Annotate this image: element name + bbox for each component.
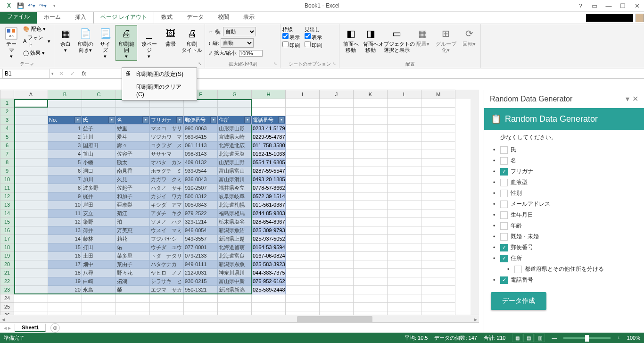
vertical-scrollbar[interactable] [471,99,479,315]
cell[interactable]: 409-0132 [184,159,218,167]
cell[interactable] [421,99,455,108]
help-button[interactable]: ? [573,0,587,11]
cell[interactable]: 住所▾ [218,116,252,125]
cell[interactable]: 野々花 [116,269,150,277]
filter-button[interactable]: ▾ [278,117,285,123]
taskpane-option[interactable]: •生年月日 [491,209,637,220]
cell[interactable]: 紗里 [116,125,150,133]
cell[interactable]: 011-561-0387 [252,201,286,209]
cell[interactable] [421,269,455,277]
row-header[interactable]: 13 [0,201,14,209]
cell[interactable] [286,235,320,243]
taskpane-option[interactable]: •✓フリガナ [491,166,637,177]
cell[interactable]: 新潟県新潟 [218,286,252,294]
cell[interactable] [388,201,421,209]
cell[interactable] [286,192,320,201]
taskpane-option[interactable]: •✓電話番号 [491,275,637,285]
cell[interactable] [421,311,455,315]
cell[interactable] [421,286,455,294]
cell[interactable] [354,269,388,277]
cell[interactable]: 富山県滑川 [218,176,252,184]
cell[interactable] [320,226,354,235]
cell[interactable]: 1 [48,125,82,133]
cell[interactable] [14,218,48,226]
cell[interactable] [116,303,150,311]
cell[interactable]: 笹山 [82,150,116,159]
cell[interactable] [354,218,388,226]
cell[interactable] [388,116,421,125]
cell[interactable] [286,159,320,167]
cell[interactable] [14,243,48,252]
cell[interactable] [354,260,388,269]
cell[interactable] [421,235,455,243]
print-titles-button[interactable]: 🖨印刷 タイトル [181,25,203,54]
column-header-K[interactable]: K [354,90,388,99]
cell[interactable]: 佐起子 [116,184,150,192]
cell[interactable] [184,311,218,315]
cell[interactable] [14,125,48,133]
cell[interactable]: 3 [48,142,82,150]
cell[interactable]: 菜多里 [116,252,150,260]
rotate-button[interactable]: ⟳回転▾ [460,25,479,48]
cell[interactable] [354,184,388,192]
row-header[interactable]: 17 [0,235,14,243]
cell[interactable]: キシダ アマ [150,201,184,209]
cell[interactable] [320,116,354,125]
cell[interactable] [388,277,421,286]
cell[interactable]: 8 [48,184,82,192]
cell[interactable] [388,133,421,142]
cell[interactable]: 025-589-2448 [252,286,286,294]
cell[interactable]: 011-758-3580 [252,142,286,150]
cell[interactable] [320,99,354,108]
cell[interactable] [320,167,354,176]
row-header[interactable]: 2 [0,108,14,116]
cell[interactable]: 005-0843 [184,201,218,209]
row-header[interactable]: 12 [0,192,14,201]
cell[interactable] [320,269,354,277]
cell[interactable]: 白崎 [82,277,116,286]
cell[interactable] [116,294,150,303]
filter-button[interactable]: ▾ [176,117,183,123]
cell[interactable] [286,277,320,286]
cell[interactable]: 打田 [82,243,116,252]
cell[interactable] [354,116,388,125]
cell[interactable]: 910-2507 [184,184,218,192]
cell[interactable]: マスコ サリ [150,125,184,133]
user-name[interactable] [586,14,633,22]
cell[interactable] [421,108,455,116]
width-select[interactable]: 自動 [223,27,256,36]
cell[interactable] [286,218,320,226]
cell[interactable]: 936-0843 [184,176,218,184]
cell[interactable] [286,125,320,133]
cell[interactable] [116,108,150,116]
column-header-H[interactable]: H [252,90,286,99]
cell[interactable] [320,159,354,167]
cell[interactable]: 4 [48,150,82,159]
cell[interactable]: 19 [48,277,82,286]
cell[interactable] [354,167,388,176]
cell[interactable] [184,303,218,311]
cell[interactable]: トダ ナタリ [150,252,184,260]
cell[interactable] [421,226,455,235]
cell[interactable]: 万美恵 [116,226,150,235]
cell[interactable] [354,201,388,209]
cell[interactable] [48,99,82,108]
cell[interactable]: フリガナ▾ [150,116,184,125]
row-header[interactable]: 16 [0,226,14,235]
send-backward-button[interactable]: ◨背面へ 移動 [361,25,380,54]
checkbox[interactable]: ✓ [500,255,508,262]
cell[interactable]: カガワ クミ [150,176,184,184]
cell[interactable] [421,184,455,192]
cell[interactable] [421,243,455,252]
cell[interactable] [354,286,388,294]
cell[interactable] [14,159,48,167]
cell[interactable]: 新潟県魚沼 [218,226,252,235]
filter-button[interactable]: ▾ [108,117,115,123]
row-header[interactable]: 9 [0,167,14,176]
cell[interactable]: 0572-39-1514 [252,192,286,201]
cell[interactable] [354,311,388,315]
column-header-A[interactable]: A [14,90,48,99]
margins-button[interactable]: ▦余白▾ [56,25,75,54]
cell[interactable] [354,192,388,201]
cell[interactable]: 山形県山形 [218,125,252,133]
